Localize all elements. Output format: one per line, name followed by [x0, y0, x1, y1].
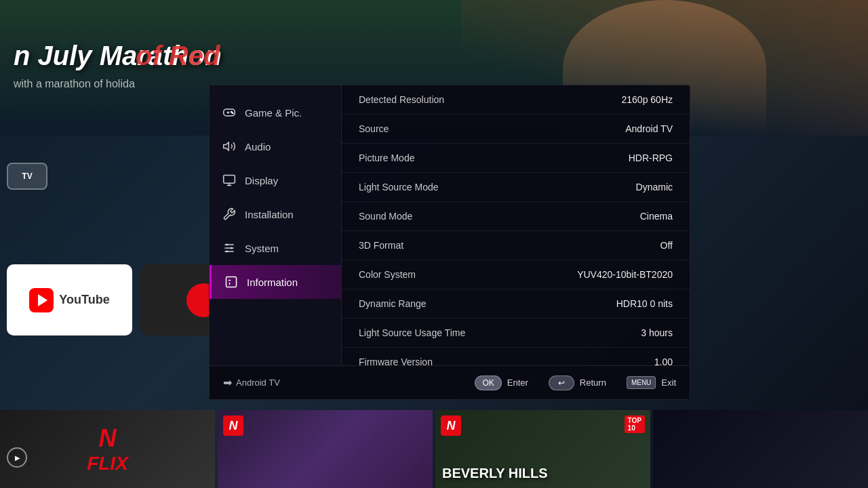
info-value-8: 3 hours — [641, 327, 673, 338]
netflix-label: FLIX — [87, 453, 128, 474]
game-pic-icon — [222, 105, 237, 120]
return-key: ↩ — [549, 375, 574, 390]
installation-icon — [222, 207, 237, 222]
bg-subtitle: with a marathon of holida — [14, 78, 135, 90]
info-row-7: Dynamic RangeHDR10 0 nits — [342, 289, 690, 319]
info-value-3: Dynamic — [636, 182, 673, 192]
info-label-2: Picture Mode — [359, 152, 414, 163]
play-button-circle: ▶ — [7, 447, 27, 468]
youtube-label: YouTube — [59, 293, 109, 307]
settings-overlay: Game & Pic. Audio — [209, 85, 690, 400]
return-label: Return — [580, 378, 606, 388]
svg-point-12 — [226, 243, 228, 245]
sidebar-label-display: Display — [245, 175, 278, 186]
info-value-7: HDR10 0 nits — [616, 298, 673, 309]
settings-sidebar: Game & Pic. Audio — [210, 85, 342, 365]
svg-rect-15 — [226, 277, 237, 287]
beverly-hills-tile[interactable]: N TOP10 BEVERLY HILLS — [435, 410, 650, 488]
sidebar-label-installation: Installation — [245, 209, 294, 220]
info-table: Detected Resolution2160p 60HzSourceAndro… — [342, 85, 690, 365]
sidebar-label-game-pic: Game & Pic. — [245, 107, 302, 119]
netflix-n-icon-2: N — [447, 419, 456, 433]
period-tile[interactable]: N — [218, 410, 433, 488]
bottom-row: N FLIX ▶ N N TOP10 BEVERLY HILLS — [0, 410, 868, 488]
sidebar-item-installation[interactable]: Installation — [210, 197, 341, 231]
sidebar-item-system[interactable]: System — [210, 231, 341, 265]
sidebar-item-display[interactable]: Display — [210, 163, 341, 197]
info-value-9: 1.00 — [654, 357, 673, 365]
netflix-tile[interactable]: N FLIX ▶ — [0, 410, 215, 488]
enter-label: Enter — [507, 378, 528, 388]
info-label-5: 3D Format — [359, 240, 403, 251]
return-btn-group: ↩ Return — [549, 375, 606, 390]
tv-logo: TV — [7, 163, 47, 190]
svg-point-14 — [226, 250, 228, 252]
svg-marker-5 — [224, 142, 229, 150]
info-value-4: Cinema — [640, 211, 673, 222]
info-label-7: Dynamic Range — [359, 298, 427, 309]
info-row-1: SourceAndroid TV — [342, 115, 690, 144]
info-row-6: Color SystemYUV420-10bit-BT2020 — [342, 260, 690, 289]
dark-tile[interactable] — [653, 410, 868, 488]
info-row-8: Light Source Usage Time3 hours — [342, 319, 690, 348]
info-label-3: Light Source Mode — [359, 182, 439, 192]
sidebar-label-audio: Audio — [245, 141, 271, 152]
settings-panel: Detected Resolution2160p 60HzSourceAndro… — [342, 85, 690, 365]
info-label-8: Light Source Usage Time — [359, 327, 465, 338]
play-icon-small: ▶ — [15, 454, 20, 462]
svg-point-13 — [231, 247, 233, 249]
info-row-5: 3D FormatOff — [342, 231, 690, 260]
info-value-2: HDR-RPG — [629, 152, 673, 163]
sidebar-label-system: System — [245, 243, 279, 254]
svg-rect-6 — [224, 176, 235, 184]
menu-key: MENU — [627, 376, 656, 389]
youtube-play-icon — [29, 288, 54, 312]
netflix-n-icon: N — [229, 419, 238, 433]
info-row-0: Detected Resolution2160p 60Hz — [342, 85, 690, 115]
youtube-tile[interactable]: YouTube — [7, 264, 132, 336]
sidebar-item-information[interactable]: Information — [210, 265, 341, 299]
display-icon — [222, 173, 237, 188]
beverly-hills-text: BEVERLY HILLS — [442, 466, 548, 481]
android-tv-footer: ➡ Android TV — [223, 376, 280, 389]
info-label-4: Sound Mode — [359, 211, 412, 222]
info-row-3: Light Source ModeDynamic — [342, 173, 690, 202]
info-value-1: Android TV — [625, 123, 673, 134]
netflix-n-badge-2: N — [441, 415, 461, 436]
netflix-n: N — [98, 424, 116, 453]
info-label-9: Firmware Version — [359, 357, 433, 365]
youtube-icon-group: YouTube — [29, 288, 109, 312]
info-row-9: Firmware Version1.00 — [342, 348, 690, 365]
android-tv-label: Android TV — [236, 378, 280, 388]
exit-btn-group: MENU Exit — [627, 376, 676, 389]
svg-point-4 — [232, 113, 233, 114]
system-icon — [222, 241, 237, 256]
ok-key: OK — [475, 375, 501, 390]
sidebar-label-information: Information — [247, 277, 298, 288]
info-label-6: Color System — [359, 269, 416, 280]
top10-badge: TOP10 — [625, 415, 645, 433]
settings-footer: ➡ Android TV OK Enter ↩ Return MENU Exit — [210, 365, 690, 399]
exit-label: Exit — [661, 378, 676, 388]
settings-body: Game & Pic. Audio — [210, 85, 690, 365]
info-row-4: Sound ModeCinema — [342, 202, 690, 231]
enter-btn-group: OK Enter — [475, 375, 528, 390]
sidebar-item-game-pic[interactable]: Game & Pic. — [210, 96, 341, 129]
netflix-n-badge: N — [223, 415, 243, 436]
info-value-0: 2160p 60Hz — [621, 94, 673, 105]
info-label-0: Detected Resolution — [359, 94, 444, 105]
sidebar-item-audio[interactable]: Audio — [210, 129, 341, 163]
info-value-5: Off — [660, 240, 673, 251]
android-arrow-icon: ➡ — [223, 376, 232, 389]
info-label-1: Source — [359, 123, 389, 134]
bg-title-red: of Red — [136, 41, 220, 71]
info-row-2: Picture ModeHDR-RPG — [342, 144, 690, 173]
information-icon — [224, 274, 239, 289]
audio-icon — [222, 139, 237, 154]
info-value-6: YUV420-10bit-BT2020 — [577, 269, 673, 280]
